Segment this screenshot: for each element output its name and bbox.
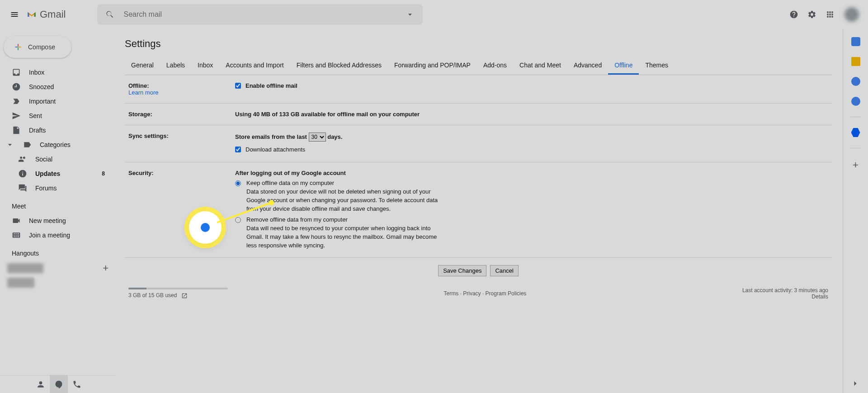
apps-button[interactable] [821,5,839,24]
dropbox-addon[interactable] [851,128,860,137]
chat-hangouts-tab[interactable] [50,375,68,393]
app-header: Gmail [0,0,868,29]
tab-accounts[interactable]: Accounts and Import [219,57,290,75]
settings-button[interactable] [803,5,821,24]
nav-updates[interactable]: Updates8 [0,166,116,181]
gmail-logo[interactable]: Gmail [27,9,66,20]
details-link[interactable]: Details [811,294,828,300]
tab-offline[interactable]: Offline [608,57,639,75]
remove-data-hint: Data will need to be resynced to your co… [246,224,441,250]
meet-new[interactable]: New meeting [0,213,116,228]
meet-join[interactable]: Join a meeting [0,228,116,242]
hamburger-icon [10,10,19,19]
nav-important[interactable]: Important [0,94,116,109]
download-attachments-row[interactable]: Download attachments [235,146,828,153]
tab-forwarding[interactable]: Forwarding and POP/IMAP [388,57,477,75]
add-addon-button[interactable]: + [853,159,859,171]
search-box[interactable] [97,4,423,25]
nav-inbox[interactable]: Inbox [0,65,116,80]
main-content: Settings General Labels Inbox Accounts a… [116,29,843,393]
tab-labels[interactable]: Labels [160,57,191,75]
nav-drafts[interactable]: Drafts [0,123,116,137]
search-button[interactable] [101,5,119,24]
chat-phone-tab[interactable] [68,375,86,393]
chat-contacts-tab[interactable] [32,375,50,393]
keyboard-icon [12,231,21,240]
main-menu-button[interactable] [4,4,25,25]
storage-used: 3 GB of 15 GB used [128,292,177,298]
terms-link[interactable]: Terms [444,290,459,297]
important-icon [12,97,21,106]
search-input[interactable] [119,10,401,19]
send-icon [12,111,21,120]
cancel-button[interactable]: Cancel [490,265,518,276]
tasks-addon[interactable] [851,77,860,86]
footer: 3 GB of 15 GB used Terms · Privacy · Pro… [125,284,832,309]
section-security: Security: After logging out of my Google… [125,162,832,258]
hangouts-contact-2[interactable] [0,276,116,289]
keep-data-hint: Data stored on your device will not be d… [246,188,441,213]
tab-filters[interactable]: Filters and Blocked Addresses [290,57,388,75]
tab-themes[interactable]: Themes [639,57,675,75]
nav-forums[interactable]: Forums [0,181,116,195]
nav-categories[interactable]: Categories [0,137,116,152]
search-icon [105,10,114,19]
remove-data-radio[interactable] [235,217,241,223]
clock-icon [12,82,21,91]
security-heading: After logging out of my Google account [235,170,828,176]
calendar-addon[interactable] [851,37,860,46]
info-icon [18,169,27,178]
enable-offline-row[interactable]: Enable offline mail [235,82,828,89]
section-offline: Offline:Learn more Enable offline mail [125,75,832,104]
hangouts-icon [54,380,63,389]
keep-addon[interactable] [851,57,860,66]
add-contact-button[interactable]: + [103,262,108,274]
remove-data-label: Remove offline data from my computer [246,216,348,223]
privacy-link[interactable]: Privacy [463,290,481,297]
enable-offline-checkbox[interactable] [235,83,241,89]
compose-button[interactable]: Compose [4,36,71,58]
search-options-button[interactable] [401,5,419,24]
support-button[interactable] [785,5,803,24]
page-title: Settings [125,38,832,50]
section-sync: Sync settings: Store emails from the las… [125,125,832,162]
tab-general[interactable]: General [125,57,160,75]
apps-grid-icon [826,10,835,19]
sync-days-select[interactable]: 30 [309,133,326,142]
keep-data-radio[interactable] [235,180,241,186]
nav-snoozed[interactable]: Snoozed [0,80,116,94]
policies-link[interactable]: Program Policies [486,290,527,297]
tab-inbox[interactable]: Inbox [191,57,219,75]
inbox-icon [12,68,21,77]
side-panel: + [843,29,868,393]
caret-down-icon [406,10,415,19]
settings-tabs: General Labels Inbox Accounts and Import… [125,57,832,75]
keep-data-label: Keep offline data on my computer [246,180,334,186]
chat-tabs [0,375,116,393]
drafts-icon [12,126,21,135]
nav-social[interactable]: Social [0,152,116,166]
video-icon [12,216,21,225]
tab-chat[interactable]: Chat and Meet [513,57,567,75]
storage-progress [128,288,228,289]
contacts-addon[interactable] [851,97,860,106]
account-avatar[interactable] [844,7,859,22]
gear-icon [807,10,816,19]
learn-more-link[interactable]: Learn more [128,89,158,96]
logo-text: Gmail [40,9,66,20]
save-button[interactable]: Save Changes [438,265,486,276]
tab-addons[interactable]: Add-ons [477,57,513,75]
activity-text: Last account activity: 3 minutes ago [742,287,828,294]
download-attachments-checkbox[interactable] [235,147,241,152]
tab-advanced[interactable]: Advanced [567,57,608,75]
nav-sent[interactable]: Sent [0,109,116,123]
phone-icon [72,380,81,389]
label-icon [23,140,32,149]
open-external-icon[interactable] [181,293,188,299]
help-icon [789,10,798,19]
person-icon [36,380,45,389]
side-panel-toggle[interactable] [851,379,860,389]
hangouts-contact-1[interactable]: + [0,260,116,276]
plus-icon [14,43,23,52]
sidebar: Compose Inbox Snoozed Important Sent Dra… [0,29,116,393]
